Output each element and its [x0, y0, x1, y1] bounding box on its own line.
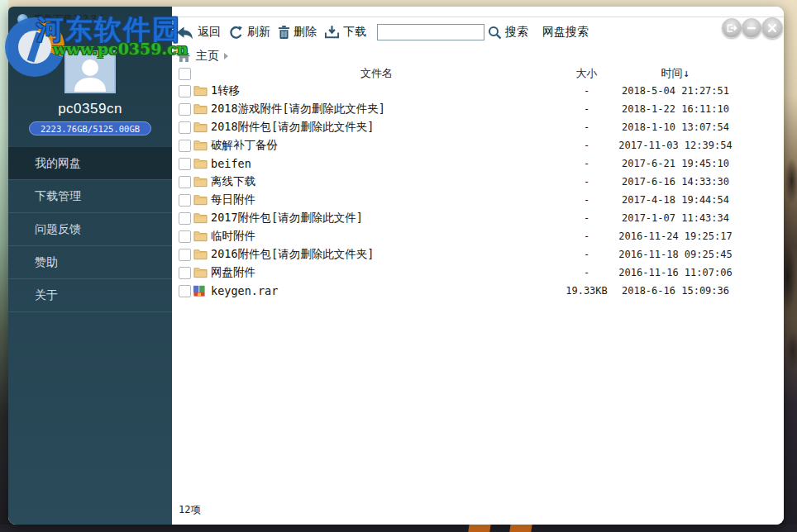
- rar-file-icon: [193, 285, 208, 297]
- breadcrumb-home[interactable]: 主页: [196, 49, 219, 64]
- file-size: -: [560, 230, 613, 242]
- folder-icon: [193, 85, 208, 97]
- table-row[interactable]: 离线下载 - 2017-6-16 14:33:30: [172, 173, 784, 191]
- delete-label: 删除: [294, 25, 317, 40]
- file-name[interactable]: 临时附件: [211, 229, 560, 244]
- app-title: 度盘下载器2.3.1: [33, 12, 105, 26]
- desktop-background-bottom-strip: [0, 525, 797, 532]
- delete-button[interactable]: 删除: [278, 25, 317, 40]
- download-button[interactable]: 下载: [324, 25, 366, 40]
- file-size: -: [560, 194, 613, 206]
- minimize-icon: [746, 22, 757, 34]
- road-marking: [509, 524, 532, 532]
- file-size: -: [560, 158, 613, 169]
- back-button[interactable]: 返回: [175, 25, 221, 40]
- file-time: 2018-1-10 13:07:54: [613, 121, 737, 133]
- select-all-checkbox[interactable]: [179, 68, 191, 80]
- sidebar-menu-item[interactable]: 下载管理: [8, 179, 172, 212]
- file-time: 2017-6-16 14:33:30: [613, 176, 737, 188]
- sidebar-menu-item-label: 我的网盘: [35, 156, 81, 169]
- close-button[interactable]: [761, 17, 783, 39]
- window-controls: [722, 18, 783, 39]
- column-header-time[interactable]: 时间↓: [613, 66, 737, 81]
- sidebar: 度盘下载器2.3.1 pc0359cn 2223.76GB/5125.00GB …: [8, 7, 172, 525]
- file-size: -: [560, 85, 613, 97]
- row-checkbox[interactable]: [179, 249, 191, 261]
- titlebar[interactable]: 度盘下载器2.3.1: [8, 7, 172, 27]
- sidebar-menu-item-label: 赞助: [35, 255, 58, 268]
- file-size: -: [560, 249, 613, 260]
- table-row[interactable]: 1转移 - 2018-5-04 21:27:51: [172, 82, 784, 100]
- table-row[interactable]: keygen.rar 19.33KB 2018-6-16 15:09:36: [172, 282, 784, 300]
- row-checkbox[interactable]: [179, 140, 191, 152]
- file-name[interactable]: 2016附件包[请勿删除此文件夹]: [211, 247, 560, 262]
- table-row[interactable]: beifen - 2017-6-21 19:45:10: [172, 154, 784, 173]
- row-checkbox[interactable]: [179, 103, 191, 116]
- avatar[interactable]: [64, 50, 116, 93]
- close-icon: [766, 22, 778, 34]
- logout-button[interactable]: [722, 18, 742, 38]
- folder-icon: [193, 230, 208, 242]
- row-checkbox[interactable]: [179, 158, 191, 170]
- file-name[interactable]: 2017附件包[请勿删除此文件]: [211, 211, 560, 226]
- table-row[interactable]: 2018游戏附件[请勿删除此文件夹] - 2018-1-22 16:11:10: [172, 100, 784, 118]
- table-row[interactable]: 2018附件包[请勿删除此文件夹] - 2018-1-10 13:07:54: [172, 118, 784, 136]
- table-row[interactable]: 网盘附件 - 2016-11-16 11:07:06: [172, 264, 784, 282]
- file-time: 2016-11-16 11:07:06: [613, 267, 737, 278]
- table-row[interactable]: 2016附件包[请勿删除此文件夹] - 2016-11-18 09:25:45: [172, 245, 784, 264]
- file-name[interactable]: 破解补丁备份: [211, 138, 560, 153]
- file-name[interactable]: 2018附件包[请勿删除此文件夹]: [211, 120, 560, 135]
- file-name[interactable]: 2018游戏附件[请勿删除此文件夹]: [211, 102, 560, 116]
- sidebar-menu-item-label: 下载管理: [35, 189, 81, 202]
- row-checkbox[interactable]: [179, 212, 191, 225]
- file-time: 2016-11-18 09:25:45: [613, 249, 737, 260]
- file-name[interactable]: beifen: [211, 157, 560, 170]
- row-checkbox[interactable]: [179, 267, 191, 279]
- file-name[interactable]: keygen.rar: [211, 284, 560, 297]
- time-header-label: 时间: [661, 67, 683, 79]
- sidebar-menu-item[interactable]: 我的网盘: [8, 146, 172, 179]
- refresh-icon: [228, 25, 244, 40]
- file-time: 2017-1-07 11:43:34: [613, 212, 737, 224]
- folder-icon: [193, 194, 208, 206]
- search-icon: [488, 26, 502, 40]
- folder-icon: [193, 103, 208, 115]
- sidebar-menu-item[interactable]: 赞助: [8, 245, 172, 278]
- title-strip: [172, 7, 784, 17]
- file-time: 2018-5-04 21:27:51: [613, 85, 737, 97]
- username: pc0359cn: [8, 101, 172, 117]
- table-row[interactable]: 2017附件包[请勿删除此文件] - 2017-1-07 11:43:34: [172, 209, 784, 227]
- table-row[interactable]: 临时附件 - 2016-11-24 19:25:17: [172, 227, 784, 245]
- logout-icon: [726, 22, 737, 34]
- search-button[interactable]: 搜索: [488, 25, 528, 40]
- row-checkbox[interactable]: [179, 85, 191, 97]
- minimize-button[interactable]: [742, 18, 761, 38]
- table-row[interactable]: 破解补丁备份 - 2017-11-03 12:39:54: [172, 136, 784, 154]
- row-checkbox[interactable]: [179, 176, 191, 188]
- table-row[interactable]: 每日附件 - 2017-4-18 19:44:54: [172, 191, 784, 209]
- row-checkbox[interactable]: [179, 194, 191, 207]
- folder-icon: [193, 176, 208, 188]
- row-checkbox[interactable]: [179, 285, 191, 297]
- file-name[interactable]: 每日附件: [211, 192, 560, 207]
- file-time: 2017-11-03 12:39:54: [613, 140, 737, 151]
- back-arrow-icon: [175, 25, 194, 40]
- breadcrumb: 主页: [172, 47, 784, 65]
- sidebar-menu-item[interactable]: 关于: [8, 278, 172, 312]
- file-time: 2017-4-18 19:44:54: [613, 194, 737, 206]
- row-checkbox[interactable]: [179, 121, 191, 134]
- breadcrumb-arrow-icon: [224, 53, 228, 59]
- file-name[interactable]: 1转移: [211, 83, 560, 98]
- row-checkbox[interactable]: [179, 230, 191, 243]
- column-header-filename[interactable]: 文件名: [193, 66, 560, 81]
- home-icon[interactable]: [177, 50, 191, 63]
- refresh-button[interactable]: 刷新: [228, 25, 270, 40]
- search-input[interactable]: [377, 24, 484, 40]
- sidebar-menu-item[interactable]: 问题反馈: [8, 212, 172, 245]
- road-marking: [468, 524, 490, 532]
- app-icon: [17, 14, 28, 25]
- file-name[interactable]: 网盘附件: [211, 265, 560, 280]
- column-header-size[interactable]: 大小: [560, 66, 613, 81]
- netdisk-search-button[interactable]: 网盘搜索: [542, 25, 589, 40]
- file-name[interactable]: 离线下载: [211, 174, 560, 189]
